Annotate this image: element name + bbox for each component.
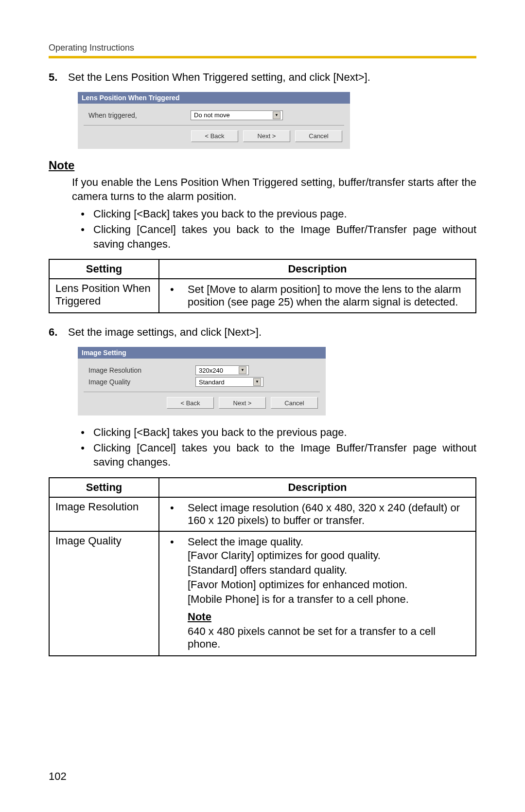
note-paragraph: If you enable the Lens Position When Tri… [72,175,476,204]
lens-position-table: Setting Description Lens Position When T… [49,259,476,313]
step-6: 6. Set the image settings, and click [Ne… [49,325,476,340]
col-setting: Setting [49,259,159,279]
note-bullets: • Clicking [<Back] takes you back to the… [72,207,476,251]
bullet-item: • Clicking [Cancel] takes you back to th… [72,441,476,469]
dialog-title: Image Setting [78,347,326,359]
bullet-item: • Clicking [<Back] takes you back to the… [72,207,476,221]
note-heading: Note [49,159,476,172]
step-text: Set the Lens Position When Triggered set… [68,70,476,85]
cell-description: • Set [Move to alarm position] to move t… [159,279,476,313]
table-header-row: Setting Description [49,259,476,279]
cell-description: • Select image resolution (640 x 480, 32… [159,497,476,531]
next-button[interactable]: Next > [219,397,266,409]
chevron-down-icon: ▼ [239,366,246,374]
bullet-dot: • [165,502,188,527]
bullet-item: • Clicking [<Back] takes you back to the… [72,425,476,440]
back-button[interactable]: < Back [191,130,238,142]
col-description: Description [159,478,476,497]
step-number: 6. [49,325,68,340]
table-row: Lens Position When Triggered • Set [Move… [49,279,476,313]
button-bar: < Back Next > Cancel [88,397,320,409]
step-number: 5. [49,70,68,85]
page-number: 102 [49,770,67,783]
cell-subtext: [Favor Motion] optimizes for enhanced mo… [188,578,470,591]
field-row: Image Quality Standard ▼ [88,377,320,387]
inner-note-text: 640 x 480 pixels cannot be set for a tra… [188,625,470,650]
dialog-body: Image Resolution 320x240 ▼ Image Quality… [78,359,326,415]
field-label: Image Resolution [88,366,195,374]
separator [84,392,320,392]
cell-setting: Image Resolution [49,497,159,531]
header-rule [49,56,476,58]
cell-subtext: [Standard] offers standard quality. [188,564,470,577]
bullet-dot: • [72,425,93,440]
separator [84,125,344,126]
select-value: 320x240 [199,367,223,374]
back-button[interactable]: < Back [167,397,214,409]
bullet-text: Clicking [<Back] takes you back to the p… [93,425,476,440]
table-header-row: Setting Description [49,478,476,497]
select-value: Do not move [194,111,230,119]
field-row: When triggered, Do not move ▼ [88,110,344,120]
bullet-dot: • [165,536,188,548]
dialog-body: When triggered, Do not move ▼ < Back Nex… [78,104,350,149]
field-row: Image Resolution 320x240 ▼ [88,365,320,375]
col-setting: Setting [49,478,159,497]
cell-text: Select the image quality. [188,536,470,548]
cell-description: • Select the image quality. [Favor Clari… [159,531,476,656]
bullet-text: Clicking [<Back] takes you back to the p… [93,207,476,221]
bullet-text: Clicking [Cancel] takes you back to the … [93,441,476,469]
page: Operating Instructions 5. Set the Lens P… [0,0,525,812]
col-description: Description [159,259,476,279]
field-label: When triggered, [88,111,191,119]
button-bar: < Back Next > Cancel [88,130,344,142]
step-5: 5. Set the Lens Position When Triggered … [49,70,476,85]
cell-subtext: [Mobile Phone] is for a transfer to a ce… [188,593,470,606]
bullet-dot: • [165,283,188,308]
field-label: Image Quality [88,378,195,386]
cell-subtext: [Favor Clarity] optimizes for good quali… [188,549,470,562]
bullet-dot: • [72,207,93,221]
chevron-down-icon: ▼ [273,111,280,119]
bullet-item: • Clicking [Cancel] takes you back to th… [72,222,476,251]
cell-setting: Lens Position When Triggered [49,279,159,313]
image-setting-table: Setting Description Image Resolution • S… [49,477,476,656]
select-value: Standard [199,379,225,386]
cell-setting: Image Quality [49,531,159,656]
bullet-text: Clicking [Cancel] takes you back to the … [93,222,476,251]
chevron-down-icon: ▼ [253,378,261,386]
cancel-button[interactable]: Cancel [295,130,342,142]
inner-note-heading: Note [188,611,470,623]
cancel-button[interactable]: Cancel [271,397,318,409]
running-header: Operating Instructions [49,43,476,56]
cell-text: Set [Move to alarm position] to move the… [188,283,470,308]
cell-text: Select image resolution (640 x 480, 320 … [188,502,470,527]
table-row: Image Resolution • Select image resoluti… [49,497,476,531]
bullet-dot: • [72,222,93,251]
image-setting-dialog: Image Setting Image Resolution 320x240 ▼… [78,347,326,415]
when-triggered-select[interactable]: Do not move ▼ [191,110,283,120]
bullet-dot: • [72,441,93,469]
next-button[interactable]: Next > [243,130,290,142]
image-quality-select[interactable]: Standard ▼ [195,377,263,387]
dialog-title: Lens Position When Triggered [78,92,350,104]
image-resolution-select[interactable]: 320x240 ▼ [195,365,249,375]
lens-position-dialog: Lens Position When Triggered When trigge… [78,92,350,149]
table-row: Image Quality • Select the image quality… [49,531,476,656]
note-bullets: • Clicking [<Back] takes you back to the… [72,425,476,469]
step-text: Set the image settings, and click [Next>… [68,325,476,340]
